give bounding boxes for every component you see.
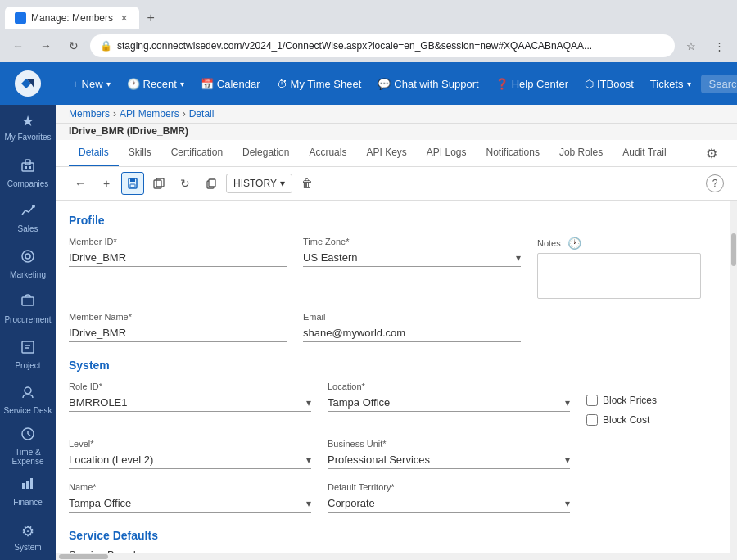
default-territory-label: Default Territory* <box>328 482 570 492</box>
sidebar-item-companies[interactable]: Companies <box>0 150 56 196</box>
notes-textarea[interactable] <box>537 253 701 299</box>
sidebar-bottom: ⚙ System <box>0 514 56 560</box>
sidebar-item-project[interactable]: Project <box>0 332 56 378</box>
location-select[interactable]: Tampa Office ▾ <box>328 394 570 412</box>
tab-favicon <box>15 12 26 24</box>
tab-apikeys[interactable]: API Keys <box>356 140 416 166</box>
back-button[interactable]: ← <box>7 34 29 57</box>
itboost-menu-item[interactable]: ⬡ ITBoost <box>578 73 640 95</box>
chat-label: Chat with Support <box>394 78 478 90</box>
breadcrumb-members[interactable]: Members <box>69 108 110 120</box>
new-menu-item[interactable]: + New ▾ <box>66 73 117 95</box>
add-button[interactable]: + <box>95 172 118 195</box>
tab-details[interactable]: Details <box>69 140 119 166</box>
name-select[interactable]: Tampa Office ▾ <box>69 495 311 513</box>
svg-point-12 <box>25 387 31 394</box>
level-select[interactable]: Location (Level 2) ▾ <box>69 451 311 469</box>
email-input[interactable] <box>303 324 521 342</box>
sidebar-item-sales[interactable]: Sales <box>0 196 56 242</box>
sidebar-logo[interactable] <box>0 62 56 105</box>
new-tab-button[interactable]: + <box>139 7 162 29</box>
clock-icon[interactable]: 🕐 <box>567 237 581 250</box>
tab-audittrail[interactable]: Audit Trail <box>613 140 676 166</box>
copy-button[interactable] <box>200 172 223 195</box>
role-id-select[interactable]: BMRROLE1 ▾ <box>69 394 311 412</box>
delete-button[interactable]: 🗑 <box>296 172 319 195</box>
sidebar-item-procurement[interactable]: Procurement <box>0 287 56 332</box>
active-tab[interactable]: Manage: Members ✕ <box>5 7 139 29</box>
chrome-menu-button[interactable]: ⋮ <box>708 34 730 57</box>
vertical-scroll-thumb[interactable] <box>731 233 736 266</box>
name-label: Name* <box>69 482 311 492</box>
breadcrumb-api-members[interactable]: API Members <box>120 108 179 120</box>
forward-button[interactable]: → <box>34 34 57 57</box>
timezone-label: Time Zone* <box>303 237 521 246</box>
sidebar-item-marketing[interactable]: Marketing <box>0 241 56 287</box>
bookmark-button[interactable]: ☆ <box>680 34 703 57</box>
sidebar-label-procurement: Procurement <box>4 315 51 324</box>
block-prices-input[interactable] <box>586 395 598 406</box>
svg-rect-3 <box>25 166 27 169</box>
tickets-menu-item[interactable]: Tickets ▾ <box>644 73 698 95</box>
refresh-button[interactable]: ↻ <box>174 172 197 195</box>
system-icon: ⚙ <box>21 522 34 540</box>
breadcrumb-detail[interactable]: Detail <box>189 108 215 120</box>
recent-menu-item[interactable]: 🕐 Recent ▾ <box>120 73 191 95</box>
tab-settings-gear-icon[interactable]: ⚙ <box>699 142 724 165</box>
help-menu-item[interactable]: ❓ Help Center <box>489 73 575 95</box>
timesheet-menu-item[interactable]: ⏱ My Time Sheet <box>270 73 368 95</box>
svg-rect-2 <box>25 160 30 165</box>
horizontal-scroll-thumb[interactable] <box>59 554 108 559</box>
block-cost-label: Block Cost <box>603 414 649 426</box>
member-id-input[interactable] <box>69 249 287 267</box>
member-name-input[interactable] <box>69 324 287 342</box>
tab-close-button[interactable]: ✕ <box>118 12 129 24</box>
app-container: ★ My Favorites Companies Sales Marketing <box>0 62 737 560</box>
sidebar-label-servicedesk: Service Desk <box>4 406 52 415</box>
sidebar-item-timeexpense[interactable]: Time & Expense <box>0 423 56 469</box>
timezone-select[interactable]: US Eastern ▾ <box>303 249 521 267</box>
vertical-scrollbar[interactable] <box>730 201 737 553</box>
service-defaults-section: Service Defaults Service Board Default B… <box>69 529 717 553</box>
tab-jobroles[interactable]: Job Roles <box>549 140 613 166</box>
svg-point-7 <box>25 254 30 259</box>
address-bar[interactable]: 🔒 staging.connectwisedev.com/v2024_1/Con… <box>90 34 675 57</box>
block-cost-input[interactable] <box>586 414 598 426</box>
default-territory-group: Default Territory* Corporate ▾ <box>328 482 570 513</box>
business-unit-select[interactable]: Professional Services ▾ <box>328 451 570 469</box>
sidebar-item-servicedesk[interactable]: Service Desk <box>0 377 56 423</box>
breadcrumb: Members › API Members › Detail <box>56 105 737 124</box>
horizontal-scrollbar[interactable] <box>56 553 737 560</box>
tab-certification[interactable]: Certification <box>161 140 233 166</box>
tab-skills[interactable]: Skills <box>119 140 161 166</box>
procurement-icon <box>20 294 35 313</box>
svg-rect-9 <box>22 341 34 353</box>
sidebar-item-favorites[interactable]: ★ My Favorites <box>0 105 56 151</box>
connectwise-logo-icon <box>13 69 43 98</box>
address-bar-row: ← → ↻ 🔒 staging.connectwisedev.com/v2024… <box>0 29 737 62</box>
block-cost-checkbox[interactable]: Block Cost <box>586 414 717 426</box>
back-nav-button[interactable]: ← <box>69 172 92 195</box>
default-territory-select[interactable]: Corporate ▾ <box>328 495 570 513</box>
role-id-group: Role ID* BMRROLE1 ▾ <box>69 382 311 412</box>
calendar-menu-item[interactable]: 📅 Calendar <box>194 73 267 95</box>
tab-notifications[interactable]: Notifications <box>477 140 549 166</box>
save-button[interactable] <box>121 172 144 195</box>
tab-apilogs[interactable]: API Logs <box>417 140 477 166</box>
role-id-value: BMRROLE1 <box>69 396 306 409</box>
location-chevron-icon: ▾ <box>565 397 570 409</box>
main-content: + New ▾ 🕐 Recent ▾ 📅 Calendar ⏱ My Time … <box>56 62 737 560</box>
sidebar-item-finance[interactable]: Finance <box>0 468 56 514</box>
top-nav: + New ▾ 🕐 Recent ▾ 📅 Calendar ⏱ My Time … <box>56 62 737 105</box>
sidebar-item-system[interactable]: ⚙ System <box>0 514 56 560</box>
tab-title: Manage: Members <box>31 12 113 24</box>
reload-button[interactable]: ↻ <box>62 34 85 57</box>
save-copy-button[interactable] <box>147 172 170 195</box>
tab-accruals[interactable]: Accruals <box>299 140 356 166</box>
tab-delegation[interactable]: Delegation <box>233 140 299 166</box>
help-circle-icon[interactable]: ? <box>706 174 724 192</box>
history-button[interactable]: HISTORY ▾ <box>226 174 292 193</box>
block-prices-checkbox[interactable]: Block Prices <box>586 395 717 406</box>
search-input[interactable] <box>701 75 738 93</box>
chat-menu-item[interactable]: 💬 Chat with Support <box>371 73 485 95</box>
